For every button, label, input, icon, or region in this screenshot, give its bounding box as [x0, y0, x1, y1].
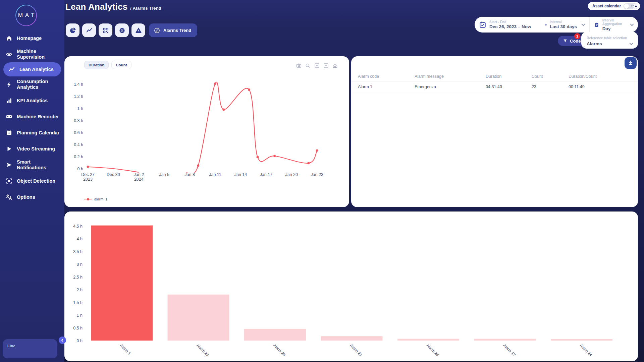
- page-title: Lean Analytics/ Alarms Trend: [65, 2, 161, 12]
- interval-label: Interval: [550, 20, 577, 24]
- error-circle-icon: [119, 27, 125, 34]
- chevron-down-icon: [581, 22, 585, 26]
- sidebar-item-machine-recorder[interactable]: Machine Recorder: [0, 109, 64, 125]
- chart-legend[interactable]: alarm_1: [84, 197, 108, 201]
- alarm-gauge-icon: [154, 27, 160, 34]
- line-tooltip: Line: [3, 339, 57, 358]
- breadcrumb: / Alarms Trend: [130, 6, 161, 11]
- calendar-icon: [5, 129, 13, 136]
- sidebar-item-label: Machine Recorder: [17, 114, 59, 120]
- sidebar: MAT Homepage Machine Supervision Lean An…: [0, 0, 64, 362]
- play-icon: [5, 145, 13, 153]
- line-chart-plot[interactable]: 0 h0.2 h0.4 h0.6 h0.8 h1 h1.2 h1.4 hDec …: [64, 56, 349, 207]
- qr-code-button[interactable]: [99, 23, 112, 37]
- col-header-duration-count: Duration/Count: [569, 74, 638, 79]
- code-filter-badge: 1: [574, 33, 580, 39]
- clipboard-icon: [594, 21, 599, 28]
- svg-text:Jan 8: Jan 8: [184, 172, 195, 177]
- table-header-row: Alarm code Alarm message Duration Count …: [351, 72, 638, 81]
- zoom-out-icon[interactable]: [323, 63, 329, 68]
- sidebar-item-label: Homepage: [17, 36, 42, 41]
- svg-text:2.5 h: 2.5 h: [73, 275, 83, 280]
- svg-text:4 h: 4 h: [77, 237, 83, 241]
- cell-duration: 04:31:40: [486, 84, 532, 89]
- svg-text:3.5 h: 3.5 h: [73, 249, 83, 254]
- svg-text:0.8 h: 0.8 h: [74, 118, 83, 123]
- reference-table-select[interactable]: Reference table selection Alarms: [581, 32, 638, 49]
- svg-text:0.4 h: 0.4 h: [74, 142, 83, 147]
- svg-text:Alarm 1: Alarm 1: [119, 343, 132, 356]
- trend-line-icon: [8, 66, 15, 73]
- sidebar-item-label: Consumption Analytics: [17, 79, 61, 90]
- sidebar-item-planning-calendar[interactable]: Planning Calendar: [0, 125, 64, 141]
- chevron-down-icon: [630, 22, 634, 26]
- start-end-picker[interactable]: Start - End Dec 26, 2023 – Now: [475, 17, 540, 33]
- svg-text:Alarm 25: Alarm 25: [273, 343, 286, 357]
- sidebar-item-label: Planning Calendar: [17, 130, 59, 136]
- reset-axes-home-icon[interactable]: [332, 63, 338, 68]
- tab-count[interactable]: Count: [111, 61, 131, 69]
- svg-text:4.5 h: 4.5 h: [73, 224, 83, 229]
- sidebar-item-video-streaming[interactable]: Video Streaming: [0, 141, 64, 157]
- tab-duration[interactable]: Duration: [84, 61, 109, 69]
- send-icon: [5, 161, 13, 169]
- svg-text:0 h: 0 h: [77, 339, 83, 343]
- object-scan-icon: [5, 177, 13, 185]
- bar-chart-icon: [5, 97, 13, 104]
- sidebar-item-label: Smart Notifications: [17, 159, 61, 170]
- bar-chart-plot[interactable]: 0 h0.5 h1 h1.5 h2 h2.5 h3 h3.5 h4 h4.5 h…: [64, 212, 638, 361]
- alarms-table: Alarm code Alarm message Duration Count …: [351, 72, 638, 92]
- cell-count: 23: [532, 84, 569, 89]
- app-logo: MAT: [15, 5, 37, 26]
- home-icon: [5, 35, 13, 42]
- sidebar-item-lean-analytics[interactable]: Lean Analytics: [3, 62, 61, 76]
- sidebar-item-label: Lean Analytics: [19, 67, 54, 72]
- error-circle-button[interactable]: [115, 23, 129, 37]
- warning-triangle-button[interactable]: [131, 23, 145, 37]
- gear-icon[interactable]: [632, 2, 640, 10]
- alarms-trend-button[interactable]: Alarms Trend: [149, 23, 197, 37]
- svg-text:2 h: 2 h: [77, 288, 83, 292]
- svg-text:Dec 272023: Dec 272023: [81, 172, 95, 182]
- svg-text:1.2 h: 1.2 h: [74, 94, 83, 99]
- svg-text:Jan 23: Jan 23: [311, 172, 323, 177]
- switch-knob: [624, 4, 629, 9]
- sidebar-item-options[interactable]: Options: [0, 189, 64, 205]
- sidebar-item-smart-notifications[interactable]: Smart Notifications: [0, 157, 64, 173]
- sidebar-item-kpi-analytics[interactable]: KPI Analytics: [0, 93, 64, 109]
- zoom-in-icon[interactable]: [314, 63, 320, 68]
- col-header-count: Count: [532, 74, 569, 79]
- svg-text:Jan 14: Jan 14: [234, 172, 247, 177]
- interval-value: Last 30 days: [550, 24, 577, 29]
- svg-text:1.4 h: 1.4 h: [74, 82, 83, 87]
- line-trend-button[interactable]: [82, 23, 96, 37]
- zoom-icon[interactable]: [305, 63, 311, 68]
- legend-series-label: alarm_1: [94, 197, 108, 201]
- aggregation-select[interactable]: Interval Aggregation Day: [589, 17, 638, 33]
- sidebar-collapse-button[interactable]: [59, 337, 66, 344]
- sidebar-item-machine-supervision[interactable]: Machine Supervision: [0, 46, 64, 62]
- cell-duration-count: 00:11:49: [569, 84, 638, 89]
- pie-chart-button[interactable]: [66, 23, 79, 37]
- interval-select[interactable]: Interval Last 30 days: [540, 17, 589, 33]
- svg-text:Alarm 26: Alarm 26: [426, 343, 440, 357]
- start-end-value: Dec 26, 2023 – Now: [489, 24, 531, 29]
- camera-icon[interactable]: [296, 63, 302, 68]
- download-button[interactable]: [625, 57, 637, 69]
- svg-text:Jan 17: Jan 17: [260, 172, 273, 177]
- sidebar-item-label: Machine Supervision: [17, 49, 61, 60]
- translate-icon: [5, 193, 13, 201]
- sidebar-item-consumption-analytics[interactable]: Consumption Analytics: [0, 76, 64, 93]
- calendar-check-icon: [479, 21, 486, 28]
- chevron-down-icon: [629, 41, 633, 45]
- start-end-label: Start - End: [489, 20, 531, 24]
- svg-text:0.5 h: 0.5 h: [73, 326, 83, 330]
- svg-text:Alarm 17: Alarm 17: [502, 343, 516, 357]
- sidebar-item-label: Video Streaming: [17, 146, 55, 152]
- funnel-icon: [563, 39, 568, 43]
- sidebar-item-object-detection[interactable]: Object Detection: [0, 173, 64, 189]
- svg-text:Jan 20: Jan 20: [285, 172, 298, 177]
- bar-chart-card: 0 h0.5 h1 h1.5 h2 h2.5 h3 h3.5 h4 h4.5 h…: [64, 212, 638, 361]
- aggregation-label: Interval Aggregation: [602, 18, 626, 26]
- sidebar-item-homepage[interactable]: Homepage: [0, 30, 64, 46]
